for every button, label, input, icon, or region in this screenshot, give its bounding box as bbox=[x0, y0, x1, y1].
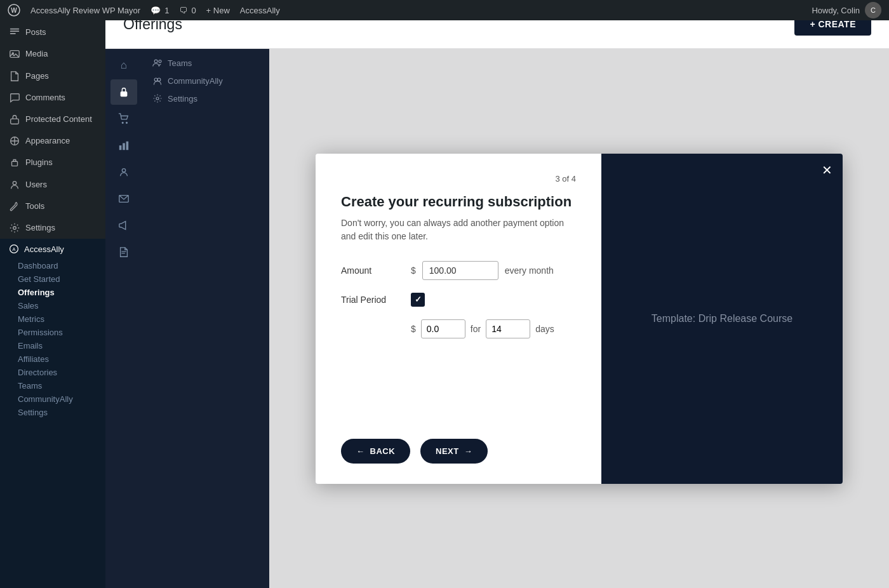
sidebar-megaphone-icon[interactable] bbox=[110, 213, 137, 238]
amount-field-row: Amount $ every month bbox=[341, 261, 576, 280]
accessally-menu-header[interactable]: A AccessAlly bbox=[0, 239, 105, 259]
settings-icon bbox=[9, 222, 20, 234]
svg-rect-11 bbox=[11, 119, 19, 124]
modal-overlay: 3 of 4 Create your recurring subscriptio… bbox=[269, 49, 889, 588]
svg-rect-23 bbox=[126, 142, 129, 150]
modal-step: 3 of 4 bbox=[341, 174, 576, 184]
wp-sidebar: Dashboard Posts Media Pages Comments Pro… bbox=[0, 0, 105, 588]
aa-sub-communityally[interactable]: CommunityAlly bbox=[0, 392, 105, 406]
media-label: Media bbox=[25, 48, 48, 60]
svg-rect-18 bbox=[121, 91, 128, 97]
sidebar-home-icon[interactable]: ⌂ bbox=[110, 53, 137, 78]
comments-label: Comments bbox=[25, 92, 65, 104]
sidebar-cart-icon[interactable] bbox=[110, 106, 137, 131]
sidebar-item-tools[interactable]: Tools bbox=[0, 196, 105, 217]
aa-sub-getstarted[interactable]: Get Started bbox=[0, 272, 105, 286]
aa-sub-teams[interactable]: Teams bbox=[0, 379, 105, 392]
users-label: Users bbox=[25, 179, 47, 190]
community-nav-icon bbox=[152, 76, 163, 86]
aa-sub-dashboard[interactable]: Dashboard bbox=[0, 259, 105, 272]
user-greeting: Howdy, Colin bbox=[812, 6, 860, 15]
svg-point-26 bbox=[154, 60, 157, 63]
sidebar-chart-icon[interactable] bbox=[110, 133, 137, 158]
app-wrapper: W AccessAlly Review WP Mayor 💬 1 🗨 0 + N… bbox=[0, 0, 889, 588]
protected-content-label: Protected Content bbox=[25, 114, 92, 125]
new-item[interactable]: + New bbox=[206, 6, 230, 15]
accessally-label: AccessAlly bbox=[24, 244, 64, 254]
sidebar-document-icon[interactable] bbox=[110, 239, 137, 265]
amount-label: Amount bbox=[341, 265, 404, 276]
posts-icon bbox=[9, 27, 20, 38]
bubble-count: 0 bbox=[191, 6, 196, 15]
amount-currency-symbol: $ bbox=[411, 265, 416, 276]
sidebar-lock-icon[interactable] bbox=[110, 79, 137, 105]
comments-item[interactable]: 💬 1 bbox=[150, 6, 169, 15]
sidebar-item-protected-content[interactable]: Protected Content bbox=[0, 109, 105, 130]
aa-sub-emails[interactable]: Emails bbox=[0, 339, 105, 352]
sidebar-item-settings[interactable]: Settings bbox=[0, 217, 105, 239]
bubbles-item[interactable]: 🗨 0 bbox=[179, 6, 196, 15]
site-name-item[interactable]: AccessAlly Review WP Mayor bbox=[30, 6, 140, 15]
sidebar-item-appearance[interactable]: Appearance bbox=[0, 130, 105, 152]
aa-icon-sidebar: ⌂ bbox=[105, 49, 142, 588]
trial-amount-input[interactable] bbox=[421, 319, 465, 338]
settings-nav-label: Settings bbox=[168, 94, 197, 104]
svg-rect-21 bbox=[119, 145, 122, 150]
modal-left-panel: 3 of 4 Create your recurring subscriptio… bbox=[316, 154, 601, 484]
aa-sub-sales[interactable]: Sales bbox=[0, 299, 105, 312]
svg-rect-6 bbox=[10, 29, 19, 30]
trial-days-input[interactable] bbox=[486, 319, 530, 338]
teams-icon bbox=[152, 58, 163, 68]
svg-point-19 bbox=[122, 122, 123, 123]
aa-nav-settings[interactable]: Settings bbox=[142, 90, 269, 107]
trial-for-label: for bbox=[471, 324, 481, 334]
sidebar-item-comments[interactable]: Comments bbox=[0, 87, 105, 109]
trial-period-checkbox[interactable] bbox=[411, 293, 425, 307]
sidebar-item-plugins[interactable]: Plugins bbox=[0, 152, 105, 173]
sidebar-item-pages[interactable]: Pages bbox=[0, 65, 105, 87]
aa-sub-affiliates[interactable]: Affiliates bbox=[0, 352, 105, 366]
sidebar-email-icon[interactable] bbox=[110, 186, 137, 211]
trial-period-label: Trial Period bbox=[341, 295, 404, 305]
wp-logo-item[interactable]: W bbox=[8, 4, 20, 17]
aa-sub-directories[interactable]: Directories bbox=[0, 366, 105, 379]
period-text: every month bbox=[505, 265, 554, 276]
aa-submenu: Dashboard Get Started Offerings Sales Me… bbox=[0, 259, 105, 419]
back-button[interactable]: ← BACK bbox=[341, 439, 410, 464]
avatar: C bbox=[865, 2, 881, 18]
tools-label: Tools bbox=[25, 201, 44, 212]
teams-nav-label: Teams bbox=[168, 58, 192, 68]
trial-days-label: days bbox=[535, 324, 554, 334]
site-name-label: AccessAlly Review WP Mayor bbox=[30, 6, 140, 15]
posts-label: Posts bbox=[25, 27, 46, 38]
aa-nav-teams[interactable]: Teams bbox=[142, 54, 269, 72]
plugin-item[interactable]: AccessAlly bbox=[240, 6, 280, 15]
modal-close-button[interactable]: ✕ bbox=[822, 164, 832, 177]
amount-input[interactable] bbox=[422, 261, 498, 280]
sidebar-item-media[interactable]: Media bbox=[0, 43, 105, 65]
appearance-label: Appearance bbox=[25, 135, 70, 147]
next-button[interactable]: NEXT → bbox=[420, 439, 488, 464]
svg-point-14 bbox=[13, 181, 16, 184]
body-wrapper: Dashboard Posts Media Pages Comments Pro… bbox=[0, 0, 889, 588]
next-arrow-icon: → bbox=[464, 446, 473, 456]
media-icon bbox=[9, 48, 20, 60]
plugin-label: AccessAlly bbox=[240, 6, 280, 15]
bubble-icon: 🗨 bbox=[179, 6, 187, 15]
modal-description: Don't worry, you can always add another … bbox=[341, 217, 576, 243]
aa-sub-offerings[interactable]: Offerings bbox=[0, 286, 105, 299]
settings-wp-label: Settings bbox=[25, 222, 55, 234]
sidebar-item-users[interactable]: Users bbox=[0, 174, 105, 196]
next-button-label: NEXT bbox=[436, 446, 459, 456]
trial-sub-row: $ for days bbox=[411, 319, 576, 338]
svg-rect-13 bbox=[12, 162, 18, 166]
aa-sub-settings[interactable]: Settings bbox=[0, 406, 105, 419]
aa-sub-permissions[interactable]: Permissions bbox=[0, 326, 105, 339]
svg-rect-8 bbox=[10, 33, 16, 34]
aa-nav-communityally[interactable]: CommunityAlly bbox=[142, 72, 269, 90]
sidebar-user-icon[interactable] bbox=[110, 159, 137, 185]
sidebar-item-posts[interactable]: Posts bbox=[0, 22, 105, 43]
modal-actions: ← BACK NEXT → bbox=[341, 429, 576, 464]
aa-sub-metrics[interactable]: Metrics bbox=[0, 312, 105, 326]
lock-icon bbox=[118, 86, 130, 98]
